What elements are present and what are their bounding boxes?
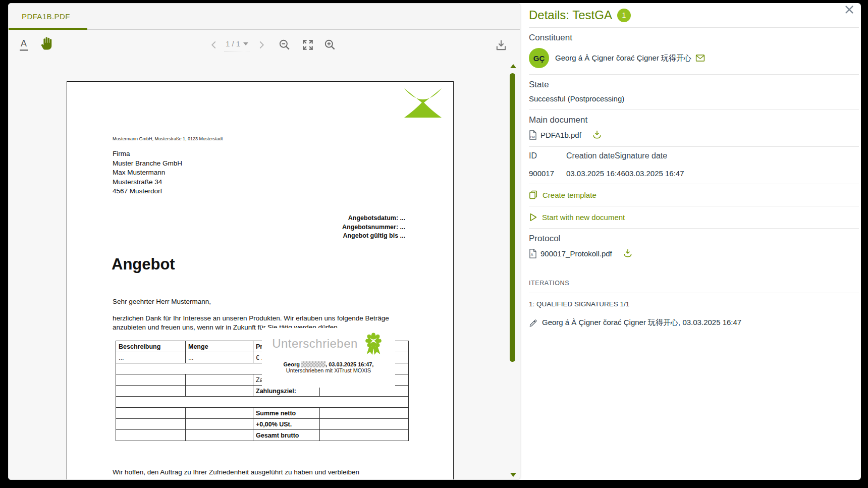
protocol-filename[interactable]: 900017_Protokoll.pdf <box>540 249 612 258</box>
stamp-signer-suffix: , 03.03.2025 16:47, <box>326 361 373 367</box>
previous-page-button[interactable] <box>209 40 219 49</box>
pdf-viewer-panel: PDFA1B.PDF A 1 / 1 <box>8 3 520 480</box>
stamp-word: Unterschrieben <box>272 337 358 351</box>
recipient-line: Musterstraße 34 <box>113 178 182 187</box>
stamp-signer-prefix: Georg <box>284 361 301 367</box>
create-template-icon <box>529 190 538 200</box>
salutation: Sehr geehrter Herr Mustermann, <box>113 298 211 305</box>
offer-meta-line: Angebotsnummer: ... <box>219 223 405 232</box>
recipient-line: Firma <box>113 149 182 159</box>
fullscreen-button[interactable] <box>301 38 314 51</box>
details-panel: Details: TestGA 1 Constituent GÇ Georg á… <box>529 6 859 328</box>
signer-line: Georg á À Çigner čorać Çigner 玩得开心, 03.0… <box>542 318 741 328</box>
sender-line: Mustermann GmbH, Musterstraße 1, 0123 Mu… <box>113 136 223 141</box>
recipient-line: Muster Branche GmbH <box>113 159 182 169</box>
signature-stamp: Unterschrieben <box>262 328 395 388</box>
divider <box>529 184 859 184</box>
document-title: Angebot <box>112 255 175 274</box>
creation-date-label: Creation date <box>566 151 615 160</box>
closing-line: Wir hoffen, den Auftrag zu Ihrer Zufried… <box>113 468 359 476</box>
page-indicator-dropdown[interactable]: 1 / 1 <box>225 39 249 51</box>
divider <box>529 293 859 293</box>
offer-meta-line: Angebot gültig bis ... <box>219 232 405 241</box>
chevron-left-icon <box>209 40 219 49</box>
recipient-line: 4567 Musterdorf <box>113 187 182 196</box>
download-document-button[interactable] <box>494 38 508 52</box>
xitrust-logo <box>403 88 443 118</box>
scrollbar-thumb[interactable] <box>510 73 515 362</box>
signature-date-label: Signature date <box>615 151 667 160</box>
zoom-in-icon <box>323 38 337 51</box>
id-value: 900017 <box>529 169 566 178</box>
table-row: Summe netto <box>116 408 409 419</box>
count-badge: 1 <box>617 9 631 22</box>
avatar: GÇ <box>529 48 549 68</box>
iteration-group-label: 1: QUALIFIED SIGNATURES 1/1 <box>529 300 859 308</box>
app-root: PDFA1B.PDF A 1 / 1 <box>0 0 868 488</box>
tab-pdfa1b[interactable]: PDFA1B.PDF <box>22 12 70 21</box>
divider <box>529 110 859 110</box>
download-main-document-button[interactable] <box>592 130 602 140</box>
pdf-file-icon: A <box>529 249 537 258</box>
text-select-tool-button[interactable]: A <box>20 38 28 51</box>
svg-text:PDF: PDF <box>530 135 536 138</box>
hand-pan-tool-button[interactable] <box>40 35 55 51</box>
chevron-right-icon <box>257 40 266 49</box>
download-protocol-button[interactable] <box>623 248 633 258</box>
zoom-out-button[interactable] <box>278 38 291 51</box>
zoom-out-icon <box>278 38 291 51</box>
redacted-name <box>301 361 326 367</box>
constituent-name: Georg á À Çigner čorać Çigner 玩得开心 <box>555 53 691 63</box>
details-title: Details: TestGA <box>529 8 612 22</box>
scroll-up-icon[interactable] <box>510 64 516 68</box>
page-indicator-label: 1 / 1 <box>226 39 240 48</box>
next-page-button[interactable] <box>257 40 266 49</box>
divider <box>529 74 859 75</box>
start-with-new-document-label: Start with new document <box>542 213 625 222</box>
hand-pan-icon <box>40 35 55 51</box>
divider <box>529 228 859 229</box>
active-tab-underline <box>9 28 87 30</box>
start-with-new-document-button[interactable]: Start with new document <box>529 212 859 222</box>
meta-header-row: ID Creation date Signature date <box>529 151 859 160</box>
protocol-row: A 900017_Protokoll.pdf <box>529 248 859 258</box>
iterations-label: ITERATIONS <box>529 280 859 287</box>
divider <box>529 27 859 28</box>
main-window: PDFA1B.PDF A 1 / 1 <box>8 3 861 480</box>
table-row <box>116 397 409 408</box>
creation-date-value: 03.03.2025 16:46 <box>566 169 625 178</box>
play-icon <box>529 212 537 222</box>
state-label: State <box>529 80 859 90</box>
id-label: ID <box>529 151 566 160</box>
fullscreen-icon <box>301 38 314 51</box>
document-tab-bar: PDFA1B.PDF <box>9 4 520 30</box>
create-template-label: Create template <box>542 191 596 199</box>
offer-meta-line: Angebotsdatum: ... <box>219 214 405 223</box>
main-document-label: Main document <box>529 115 859 125</box>
vertical-scrollbar[interactable] <box>509 64 517 477</box>
svg-text:A: A <box>531 252 533 256</box>
envelope-icon[interactable] <box>695 54 705 62</box>
stamp-app-line: Unterschrieben mit XiTrust MOXIS <box>262 367 395 373</box>
zoom-in-button[interactable] <box>323 38 337 51</box>
viewer-toolbar: A 1 / 1 <box>9 30 520 62</box>
recipient-address: Firma Muster Branche GmbH Max Mustermann… <box>113 149 182 196</box>
divider <box>529 146 859 147</box>
stamp-signer-line: Georg , 03.03.2025 16:47, <box>262 361 395 367</box>
meta-value-row: 900017 03.03.2025 16:46 03.03.2025 16:47 <box>529 165 859 184</box>
recipient-line: Max Mustermann <box>113 168 182 178</box>
protocol-label: Protocol <box>529 234 859 244</box>
download-icon <box>494 38 508 52</box>
divider <box>529 206 859 206</box>
signature-entry: Georg á À Çigner čorać Çigner 玩得开心, 03.0… <box>529 318 859 328</box>
pen-icon <box>529 318 538 328</box>
main-document-filename[interactable]: PDFA1b.pdf <box>540 131 581 139</box>
scroll-down-icon[interactable] <box>510 473 516 477</box>
table-row: +0,00% USt. <box>116 419 409 430</box>
pdf-file-icon: PDF <box>529 130 537 140</box>
state-value: Successful (Postprocessing) <box>529 94 859 103</box>
caret-down-icon <box>243 42 248 45</box>
offer-meta-block: Angebotsdatum: ... Angebotsnummer: ... A… <box>219 214 405 241</box>
constituent-label: Constituent <box>529 33 859 43</box>
create-template-button[interactable]: Create template <box>529 190 859 200</box>
